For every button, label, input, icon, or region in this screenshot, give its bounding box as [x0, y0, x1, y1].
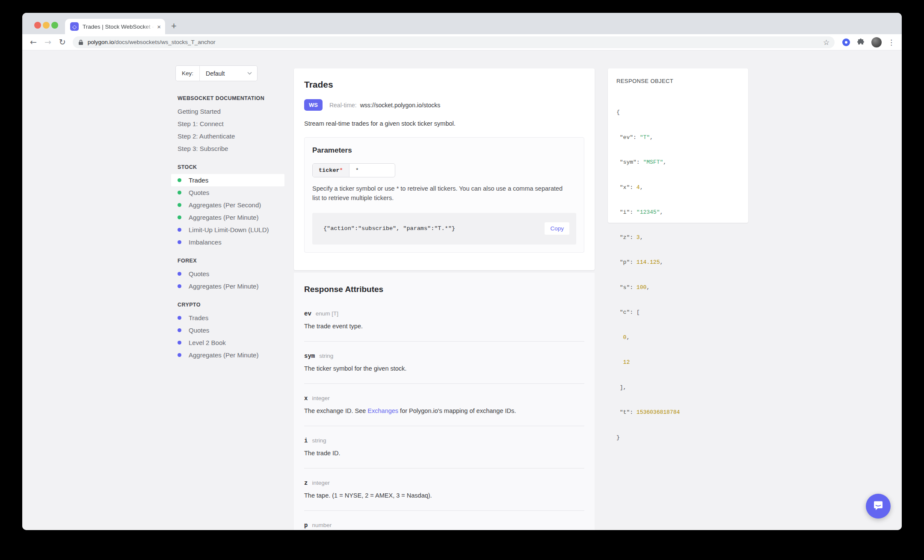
- sidebar-item-stock-aggregates-second[interactable]: Aggregates (Per Second): [171, 199, 284, 211]
- response-object-card: RESPONSE OBJECT { "ev": "T", "sym": "MSF…: [608, 68, 748, 223]
- sidebar-item-label: Limit-Up Limit-Down (LULD): [189, 226, 269, 233]
- tab-close-icon[interactable]: ×: [157, 23, 161, 30]
- url-text: polygon.io/docs/websockets/ws_stocks_T_a…: [88, 39, 823, 45]
- forward-icon[interactable]: →: [44, 38, 51, 46]
- sidebar-item-label: Quotes: [189, 189, 209, 196]
- sidebar-item-forex-aggregates-minute[interactable]: Aggregates (Per Minute): [171, 280, 284, 292]
- parameters-panel: Parameters ticker* * Specify a ticker sy…: [304, 137, 584, 253]
- back-icon[interactable]: ←: [30, 38, 37, 46]
- address-bar[interactable]: polygon.io/docs/websockets/ws_stocks_T_a…: [73, 36, 835, 48]
- bookmark-star-icon[interactable]: ☆: [823, 38, 829, 47]
- response-attributes-section: Response Attributes evenum [T] The trade…: [294, 273, 595, 530]
- sidebar-item-crypto-level2book[interactable]: Level 2 Book: [171, 336, 284, 349]
- code-line: ],: [616, 383, 740, 392]
- code-line: 0,: [616, 333, 740, 342]
- code-line: "ev": "T",: [616, 133, 740, 142]
- sidebar-item-label: Aggregates (Per Second): [189, 201, 261, 209]
- sidebar-item-step3-subscribe[interactable]: Step 3: Subscribe: [171, 142, 284, 155]
- attribute-type: integer: [312, 395, 329, 401]
- sidebar-item-stock-imbalances[interactable]: Imbalances: [171, 236, 284, 248]
- code-line: "sym": "MSFT",: [616, 158, 740, 167]
- copy-button[interactable]: Copy: [545, 222, 569, 235]
- sidebar-item-stock-quotes[interactable]: Quotes: [171, 186, 284, 199]
- sidebar-item-label: Step 2: Authenticate: [178, 133, 235, 140]
- extension-icon[interactable]: [842, 38, 850, 46]
- sidebar-item-stock-luld[interactable]: Limit-Up Limit-Down (LULD): [171, 224, 284, 236]
- ticker-param-input[interactable]: *: [349, 164, 395, 177]
- subscribe-code: {"action":"subscribe", "params":"T.*"}: [323, 225, 545, 232]
- code-line: "t": 1536036818784: [616, 408, 740, 417]
- sidebar-section-crypto: CRYPTO: [171, 298, 284, 312]
- sidebar-item-label: Trades: [189, 314, 208, 321]
- sidebar-item-crypto-trades[interactable]: Trades: [171, 312, 284, 324]
- response-attributes-heading: Response Attributes: [304, 285, 584, 294]
- browser-toolbar: ← → ↻ polygon.io/docs/websockets/ws_stoc…: [22, 34, 902, 50]
- attribute-type: string: [319, 353, 333, 359]
- sidebar-item-crypto-aggregates-minute[interactable]: Aggregates (Per Minute): [171, 349, 284, 361]
- trades-doc-card: Trades WS Real-time: wss://socket.polygo…: [294, 68, 595, 270]
- browser-menu-icon[interactable]: ⋮: [888, 38, 895, 47]
- sidebar-item-forex-quotes[interactable]: Quotes: [171, 268, 284, 280]
- key-label: Key:: [176, 66, 200, 81]
- window-minimize-button[interactable]: [43, 22, 50, 29]
- sidebar-item-label: Quotes: [189, 270, 209, 277]
- exchanges-link[interactable]: Exchanges: [367, 407, 398, 414]
- endpoint-url: wss://socket.polygon.io/stocks: [360, 102, 441, 109]
- window-close-button[interactable]: [34, 22, 41, 29]
- status-dot-icon: [178, 272, 181, 276]
- sidebar-item-getting-started[interactable]: Getting Started: [171, 105, 284, 118]
- sidebar-item-step2-authenticate[interactable]: Step 2: Authenticate: [171, 130, 284, 142]
- window-zoom-button[interactable]: [51, 22, 58, 29]
- attribute-type: string: [312, 437, 326, 444]
- new-tab-button[interactable]: +: [171, 21, 177, 32]
- ticker-param-field: ticker* *: [312, 163, 395, 177]
- tab-strip: ◇ Trades | Stock WebSocket - Po × +: [22, 13, 902, 34]
- chat-launcher-button[interactable]: [866, 494, 891, 519]
- required-asterisk: *: [340, 167, 343, 174]
- sidebar-item-stock-trades[interactable]: Trades: [171, 174, 284, 186]
- browser-tab[interactable]: ◇ Trades | Stock WebSocket - Po ×: [65, 19, 165, 34]
- realtime-label: Real-time:: [329, 102, 357, 109]
- sidebar-item-label: Aggregates (Per Minute): [189, 283, 258, 290]
- sidebar-item-label: Level 2 Book: [189, 339, 226, 346]
- sidebar-item-label: Step 3: Subscribe: [178, 145, 228, 152]
- attribute-description: The tape. (1 = NYSE, 2 = AMEX, 3 = Nasda…: [304, 492, 584, 499]
- status-dot-icon: [178, 341, 181, 345]
- code-line: "c": [: [616, 308, 740, 317]
- attribute-name: x: [304, 395, 308, 402]
- attribute-description: The ticker symbol for the given stock.: [304, 365, 584, 372]
- chat-bubble-icon: [873, 501, 884, 512]
- api-key-selector[interactable]: Key: Default: [175, 65, 258, 81]
- param-name: ticker: [319, 167, 340, 174]
- attribute-type: enum [T]: [316, 310, 338, 317]
- browser-window: ◇ Trades | Stock WebSocket - Po × + ← → …: [22, 13, 902, 530]
- attribute-ev: evenum [T] The trade event type.: [304, 310, 584, 342]
- extensions-puzzle-icon[interactable]: [857, 38, 865, 46]
- padlock-icon: [78, 39, 83, 45]
- sidebar: WEBSOCKET DOCUMENTATION Getting Started …: [171, 91, 284, 361]
- endpoint-description: Stream real-time trades for a given stoc…: [304, 120, 584, 127]
- key-value: Default: [200, 70, 247, 77]
- status-dot-icon: [178, 203, 181, 207]
- attribute-name: sym: [304, 353, 315, 360]
- attribute-description: The trade ID.: [304, 450, 584, 457]
- status-dot-icon: [178, 178, 181, 182]
- sidebar-section-forex: FOREX: [171, 254, 284, 268]
- sidebar-item-crypto-quotes[interactable]: Quotes: [171, 324, 284, 336]
- reload-icon[interactable]: ↻: [59, 38, 66, 46]
- code-line: "x": 4,: [616, 183, 740, 192]
- sidebar-item-label: Trades: [189, 177, 208, 184]
- status-dot-icon: [178, 284, 181, 288]
- polygon-favicon-icon: ◇: [70, 22, 79, 31]
- attribute-p: pnumber The price.: [304, 522, 584, 530]
- sidebar-item-step1-connect[interactable]: Step 1: Connect: [171, 118, 284, 130]
- desktop: ◇ Trades | Stock WebSocket - Po × + ← → …: [0, 0, 924, 560]
- sidebar-item-stock-aggregates-minute[interactable]: Aggregates (Per Minute): [171, 211, 284, 224]
- page-content: Key: Default WEBSOCKET DOCUMENTATION Get…: [22, 50, 902, 530]
- url-domain: polygon.io: [88, 39, 114, 45]
- profile-avatar[interactable]: [871, 37, 882, 47]
- response-object-heading: RESPONSE OBJECT: [616, 78, 740, 84]
- description-text: The exchange ID. See: [304, 407, 367, 414]
- status-dot-icon: [178, 316, 181, 320]
- code-line: "p": 114.125,: [616, 258, 740, 267]
